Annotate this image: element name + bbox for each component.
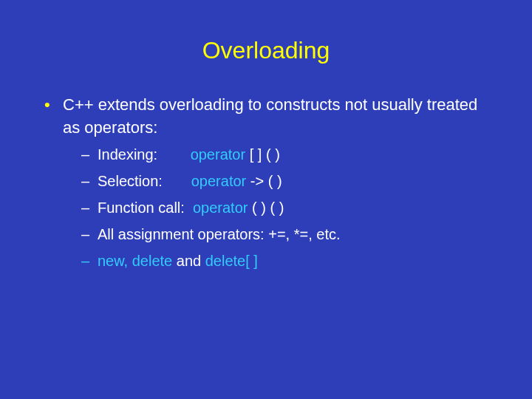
selection-item: Selection: operator -> ( ): [81, 171, 495, 191]
selection-label: Selection:: [98, 173, 191, 189]
operator-keyword: operator: [193, 200, 248, 216]
new-delete-item: new, delete and delete[ ]: [81, 250, 495, 271]
function-item: Function call: operator ( ) ( ): [81, 197, 495, 218]
operator-keyword: operator: [191, 146, 246, 163]
indexing-label: Indexing:: [98, 146, 191, 163]
function-syntax: ( ) ( ): [248, 200, 284, 216]
slide-title: Overloading: [37, 37, 495, 64]
delete-array-text: delete[ ]: [205, 253, 258, 269]
indexing-item: Indexing: operator [ ] ( ): [81, 144, 495, 165]
operator-keyword: operator: [191, 173, 247, 189]
assignment-item: All assignment operators: +=, *=, etc.: [81, 224, 495, 245]
and-text: and: [172, 253, 205, 269]
function-label: Function call:: [98, 200, 193, 216]
main-bullet: C++ extends overloading to constructs no…: [44, 94, 495, 140]
indexing-syntax: [ ] ( ): [245, 146, 280, 163]
selection-syntax: -> ( ): [246, 173, 282, 189]
slide: Overloading C++ extends overloading to c…: [0, 0, 532, 399]
bullet-list: C++ extends overloading to constructs no…: [37, 94, 495, 271]
new-delete-text: new, delete: [98, 253, 172, 269]
